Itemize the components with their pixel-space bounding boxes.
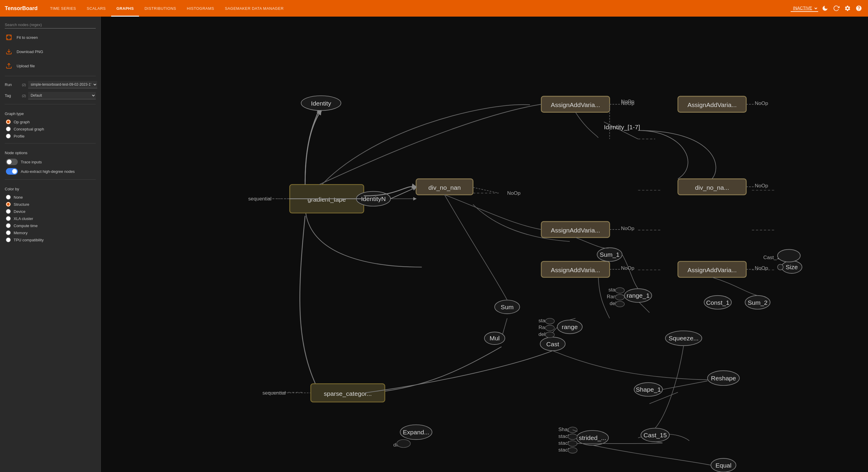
svg-text:range_1: range_1 xyxy=(627,292,650,299)
graph-type-op-label: Op graph xyxy=(13,120,30,124)
svg-text:Const_1: Const_1 xyxy=(706,299,730,306)
run-select[interactable]: simple-tensorboard-test-09-02-2023-1' xyxy=(28,81,97,88)
main-layout: Fit to screen Download PNG Upload fi xyxy=(0,17,868,472)
search-input[interactable] xyxy=(5,21,96,28)
divider-2 xyxy=(5,104,96,104)
svg-text:Size: Size xyxy=(785,263,798,271)
svg-text:Reshape: Reshape xyxy=(711,375,736,382)
trace-inputs-toggle[interactable]: Trace inputs xyxy=(6,159,96,165)
trace-inputs-switch[interactable] xyxy=(6,159,18,165)
auto-extract-label: Auto-extract high-degree nodes xyxy=(21,169,75,174)
divider-3 xyxy=(5,143,96,144)
color-by-tpu-label: TPU compatibility xyxy=(13,238,43,242)
status-dropdown[interactable]: INACTIVE ACTIVE xyxy=(790,5,818,12)
run-count: (2) xyxy=(22,83,26,87)
svg-text:Expand...: Expand... xyxy=(403,429,429,436)
fit-to-screen-button[interactable]: Fit to screen xyxy=(5,32,96,43)
tag-select[interactable]: Default xyxy=(28,92,96,99)
svg-text:sequential: sequential xyxy=(262,390,286,396)
svg-text:sparse_categor...: sparse_categor... xyxy=(324,390,372,397)
svg-text:NoOp: NoOp xyxy=(755,183,768,189)
svg-point-68 xyxy=(615,294,625,300)
upload-file-button[interactable]: Upload file xyxy=(5,61,96,71)
svg-text:Sum: Sum xyxy=(501,304,514,310)
tag-row: Tag (2) Default xyxy=(5,92,96,99)
sidebar: Fit to screen Download PNG Upload fi xyxy=(0,17,101,472)
svg-text:NoOp: NoOp xyxy=(621,98,634,104)
color-by-compute-label: Compute time xyxy=(13,224,38,228)
svg-text:IdentityN: IdentityN xyxy=(361,195,386,202)
download-png-label: Download PNG xyxy=(17,50,43,54)
svg-point-61 xyxy=(545,332,554,338)
svg-point-95 xyxy=(397,440,410,448)
download-png-button[interactable]: Download PNG xyxy=(5,46,96,57)
svg-text:gradient_tape: gradient_tape xyxy=(308,196,346,203)
help-button[interactable] xyxy=(855,4,863,13)
color-by-memory[interactable]: Memory xyxy=(6,230,96,235)
run-row: Run (2) simple-tensorboard-test-09-02-20… xyxy=(5,81,96,88)
download-icon xyxy=(5,48,13,56)
graph-type-profile[interactable]: Profile xyxy=(6,134,96,138)
svg-text:AssignAddVaria...: AssignAddVaria... xyxy=(551,101,600,108)
nav-time-series[interactable]: TIME SERIES xyxy=(45,0,82,17)
svg-point-105 xyxy=(568,447,577,453)
svg-rect-3 xyxy=(143,17,826,472)
divider-4 xyxy=(5,179,96,180)
svg-text:range: range xyxy=(562,323,578,330)
svg-point-79 xyxy=(778,249,800,262)
color-by-compute[interactable]: Compute time xyxy=(6,223,96,228)
color-by-structure-label: Structure xyxy=(13,202,29,207)
top-navigation: TensorBoard TIME SERIES SCALARS GRAPHS D… xyxy=(0,0,868,17)
color-by-none-label: None xyxy=(13,195,23,199)
svg-point-103 xyxy=(568,434,577,439)
svg-point-59 xyxy=(545,318,554,324)
settings-button[interactable] xyxy=(843,4,852,13)
color-by-memory-label: Memory xyxy=(13,231,28,235)
svg-text:Identity: Identity xyxy=(311,100,332,107)
graph-type-conceptual[interactable]: Conceptual graph xyxy=(6,127,96,131)
svg-text:AssignAddVaria...: AssignAddVaria... xyxy=(551,227,600,233)
graph-canvas[interactable]: Identity Identity_[1-7] gradient_tape se… xyxy=(101,17,868,472)
graph-type-title: Graph type xyxy=(5,112,96,116)
trace-inputs-label: Trace inputs xyxy=(21,160,42,164)
app-logo: TensorBoard xyxy=(5,5,38,11)
graph-type-profile-label: Profile xyxy=(13,134,25,138)
svg-text:Shape_1: Shape_1 xyxy=(636,386,661,393)
nav-links: TIME SERIES SCALARS GRAPHS DISTRIBUTIONS… xyxy=(45,0,790,17)
color-by-group: None Structure Device XLA cluster Comput… xyxy=(6,195,96,242)
svg-text:sequential: sequential xyxy=(248,196,272,201)
nav-distributions[interactable]: DISTRIBUTIONS xyxy=(139,0,181,17)
color-by-structure[interactable]: Structure xyxy=(6,202,96,207)
svg-text:Equal: Equal xyxy=(715,462,731,469)
refresh-button[interactable] xyxy=(832,4,841,13)
node-options-title: Node options xyxy=(5,151,96,155)
nav-graphs[interactable]: GRAPHS xyxy=(111,0,139,17)
nav-histograms[interactable]: HISTOGRAMS xyxy=(181,0,219,17)
auto-extract-switch[interactable] xyxy=(6,168,18,175)
color-by-none[interactable]: None xyxy=(6,195,96,199)
graph-type-conceptual-label: Conceptual graph xyxy=(13,127,44,131)
svg-text:Cast: Cast xyxy=(546,341,559,347)
svg-text:Squeeze...: Squeeze... xyxy=(669,335,699,342)
tag-count: (2) xyxy=(22,94,26,98)
theme-toggle-button[interactable] xyxy=(820,4,830,13)
color-by-xla[interactable]: XLA cluster xyxy=(6,216,96,221)
svg-point-69 xyxy=(615,301,625,307)
svg-point-104 xyxy=(568,441,577,446)
graph-svg[interactable]: Identity Identity_[1-7] gradient_tape se… xyxy=(101,17,868,472)
graph-type-op[interactable]: Op graph xyxy=(6,120,96,124)
run-label: Run xyxy=(5,83,20,87)
svg-point-60 xyxy=(545,325,554,331)
nav-scalars[interactable]: SCALARS xyxy=(82,0,111,17)
color-by-device[interactable]: Device xyxy=(6,209,96,214)
auto-extract-toggle[interactable]: Auto-extract high-degree nodes xyxy=(6,168,96,175)
fit-to-screen-label: Fit to screen xyxy=(17,35,38,40)
nav-sagemaker[interactable]: SAGEMAKER DATA MANAGER xyxy=(219,0,289,17)
svg-text:Sum_2: Sum_2 xyxy=(748,299,768,306)
color-by-tpu[interactable]: TPU compatibility xyxy=(6,238,96,242)
fit-to-screen-icon xyxy=(5,33,13,41)
graph-type-group: Op graph Conceptual graph Profile xyxy=(6,120,96,138)
svg-point-67 xyxy=(615,288,625,293)
upload-icon xyxy=(5,62,13,70)
svg-text:div_no_na...: div_no_na... xyxy=(695,184,729,191)
